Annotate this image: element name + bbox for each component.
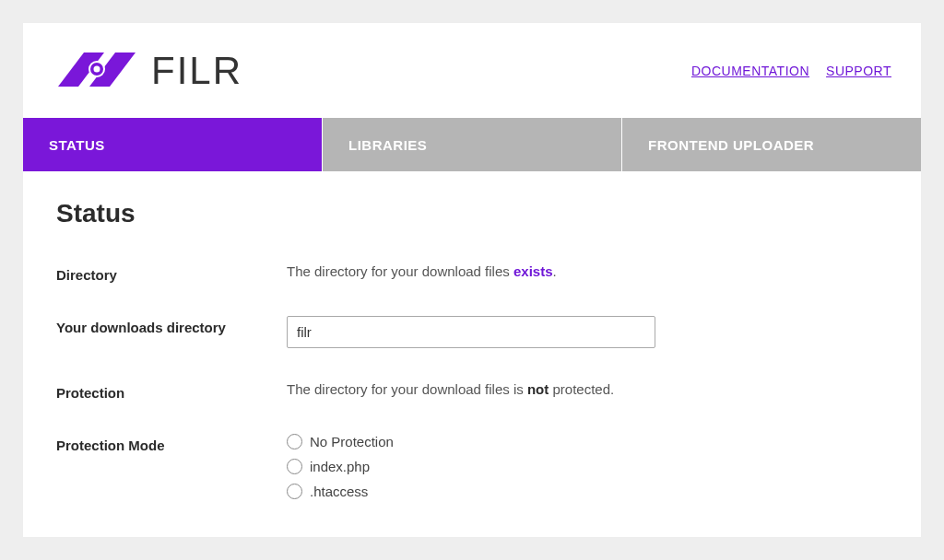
downloads-dir-label: Your downloads directory [56, 316, 287, 335]
tab-frontend-uploader[interactable]: FRONTEND UPLOADER [622, 118, 921, 171]
tab-libraries[interactable]: LIBRARIES [323, 118, 622, 171]
brand-name: FILR [151, 49, 242, 93]
protection-mode-label: Protection Mode [56, 434, 287, 453]
row-directory: Directory The directory for your downloa… [56, 263, 888, 283]
radio-label: index.php [310, 459, 370, 474]
protection-text-after: protected. [549, 381, 614, 397]
header-links: DOCUMENTATION SUPPORT [691, 64, 891, 78]
protection-value: The directory for your download files is… [287, 381, 888, 397]
radio-icon [287, 459, 302, 474]
documentation-link[interactable]: DOCUMENTATION [691, 64, 809, 78]
protection-label: Protection [56, 381, 287, 401]
row-protection-mode: Protection Mode No Protection index.php … [56, 434, 888, 499]
support-link[interactable]: SUPPORT [826, 64, 891, 78]
directory-highlight: exists [513, 263, 553, 279]
filr-logo-icon [53, 45, 140, 96]
directory-text-before: The directory for your download files [287, 263, 513, 279]
page-title: Status [56, 199, 888, 228]
protection-highlight: not [527, 381, 549, 397]
radio-index-php[interactable]: index.php [287, 459, 888, 474]
downloads-dir-value [287, 316, 888, 348]
downloads-dir-input[interactable] [287, 316, 655, 348]
content-area: Status Directory The directory for your … [23, 171, 921, 560]
logo: FILR [53, 45, 242, 96]
row-downloads-directory: Your downloads directory [56, 316, 888, 348]
radio-icon [287, 434, 302, 449]
radio-label: .htaccess [310, 484, 368, 499]
header-bar: FILR DOCUMENTATION SUPPORT [23, 23, 921, 118]
protection-text-before: The directory for your download files is [287, 381, 527, 397]
svg-point-2 [94, 66, 100, 73]
directory-label: Directory [56, 263, 287, 283]
radio-no-protection[interactable]: No Protection [287, 434, 888, 449]
row-protection: Protection The directory for your downlo… [56, 381, 888, 401]
radio-htaccess[interactable]: .htaccess [287, 484, 888, 499]
app-card: FILR DOCUMENTATION SUPPORT STATUS LIBRAR… [23, 23, 921, 537]
directory-value: The directory for your download files ex… [287, 263, 888, 279]
directory-text-after: . [553, 263, 557, 279]
radio-label: No Protection [310, 434, 394, 449]
radio-icon [287, 484, 302, 499]
tab-status[interactable]: STATUS [23, 118, 323, 171]
tabs-nav: STATUS LIBRARIES FRONTEND UPLOADER [23, 118, 921, 171]
protection-mode-radio-group: No Protection index.php .htaccess [287, 434, 888, 499]
protection-mode-value: No Protection index.php .htaccess [287, 434, 888, 499]
